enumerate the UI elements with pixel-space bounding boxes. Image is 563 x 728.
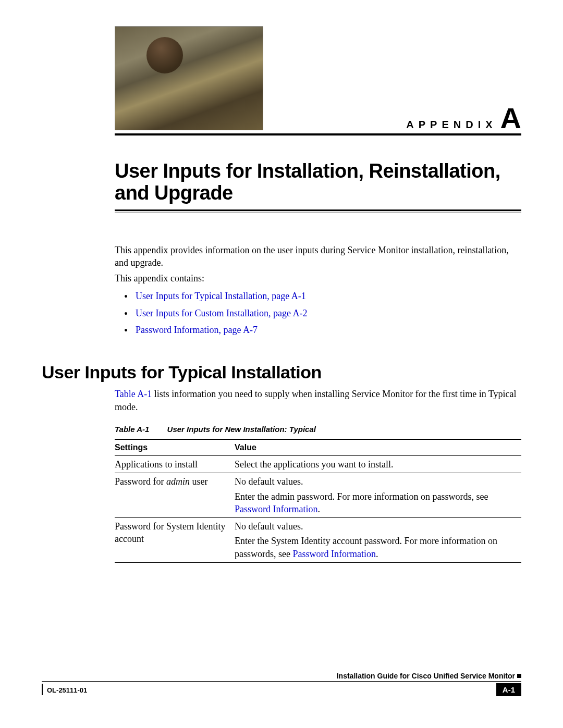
footer-page-number: A-1: [496, 683, 521, 696]
cell-text: .: [317, 504, 320, 514]
section-heading: User Inputs for Typical Installation: [42, 362, 521, 382]
cell-line: No default values.: [235, 520, 516, 533]
table-a1: Settings Value Applications to install S…: [115, 439, 521, 563]
appendix-hero-image: [115, 26, 263, 130]
intro-paragraph-1: This appendix provides information on th…: [115, 244, 521, 269]
cell-settings: Applications to install: [115, 455, 235, 473]
cell-value: No default values. Enter the System Iden…: [235, 518, 521, 563]
intro-paragraph-2: This appendix contains:: [115, 272, 521, 285]
toc-link-custom[interactable]: User Inputs for Custom Installation, pag…: [136, 308, 307, 318]
cell-line: No default values.: [235, 475, 516, 488]
table-caption: Table A-1 User Inputs for New Installati…: [115, 425, 521, 434]
appendix-letter: A: [500, 104, 521, 133]
section-body-text: lists information you need to supply whe…: [115, 389, 517, 412]
toc-link-typical[interactable]: User Inputs for Typical Installation, pa…: [136, 291, 306, 301]
cell-line: Enter the admin password. For more infor…: [235, 491, 488, 502]
table-row: Applications to install Select the appli…: [115, 455, 521, 473]
cell-text: .: [376, 549, 378, 559]
header-rule: [115, 133, 521, 135]
cell-settings: Password for System Identity account: [115, 518, 235, 563]
table-row: Password for admin user No default value…: [115, 473, 521, 518]
toc-link-password[interactable]: Password Information, page A-7: [136, 325, 258, 335]
password-info-link[interactable]: Password Information: [235, 504, 317, 514]
cell-settings: Password for admin user: [115, 473, 235, 518]
table-header-settings: Settings: [115, 439, 235, 456]
footer-tick-icon: [42, 684, 43, 695]
table-number: Table A-1: [115, 425, 149, 434]
footer-rule: [42, 681, 521, 682]
cell-text: Password for: [115, 476, 166, 487]
section-body: Table A-1 lists information you need to …: [115, 388, 521, 413]
footer-doc-number: OL-25111-01: [47, 686, 87, 694]
page-title: User Inputs for Installation, Reinstalla…: [115, 161, 521, 204]
table-ref-link[interactable]: Table A-1: [115, 389, 152, 399]
footer-square-icon: [517, 674, 521, 678]
cell-value: Select the applications you want to inst…: [235, 455, 521, 473]
cell-text-italic: admin: [166, 476, 190, 487]
password-info-link[interactable]: Password Information: [292, 549, 375, 559]
table-header-value: Value: [235, 439, 521, 456]
table-caption-text: User Inputs for New Installation: Typica…: [167, 425, 316, 434]
cell-value: No default values. Enter the admin passw…: [235, 473, 521, 518]
footer-guide-title: Installation Guide for Cisco Unified Ser…: [337, 672, 515, 680]
appendix-label: APPENDIX: [406, 119, 497, 131]
cell-text: user: [190, 476, 208, 487]
table-row: Password for System Identity account No …: [115, 518, 521, 563]
title-rule: [115, 209, 521, 214]
